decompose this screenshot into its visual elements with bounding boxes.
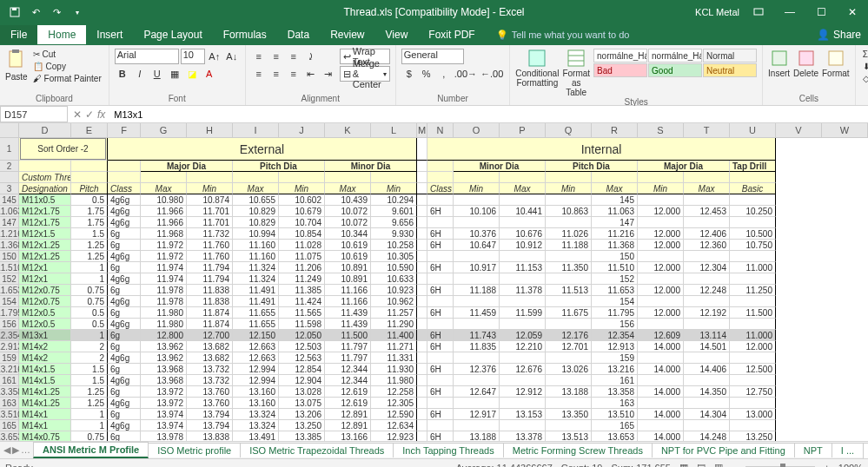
cell[interactable] bbox=[500, 420, 546, 431]
cell[interactable]: 11.439 bbox=[325, 319, 371, 330]
cell[interactable]: 159 bbox=[592, 352, 638, 364]
cell[interactable]: 6H bbox=[427, 330, 454, 341]
style-good[interactable]: Good bbox=[648, 63, 702, 77]
col-U[interactable]: U bbox=[730, 123, 776, 138]
cell[interactable]: 13.350 bbox=[546, 409, 592, 420]
cell[interactable]: 12.000 bbox=[638, 228, 684, 240]
cell[interactable] bbox=[546, 194, 592, 206]
cell[interactable]: 0.5 bbox=[71, 307, 108, 319]
cell[interactable] bbox=[684, 375, 730, 386]
format-cells-button[interactable]: Format bbox=[822, 49, 850, 78]
cell[interactable]: 13.250 bbox=[730, 431, 776, 441]
cell[interactable]: 1 bbox=[71, 420, 108, 431]
cell[interactable] bbox=[417, 409, 427, 420]
zoom-level[interactable]: 100% bbox=[838, 463, 863, 468]
cell[interactable] bbox=[638, 194, 684, 206]
cell[interactable]: 11.400 bbox=[371, 330, 417, 341]
view-layout-icon[interactable]: ▤ bbox=[697, 462, 706, 467]
cell[interactable]: 1.25 bbox=[71, 240, 108, 251]
cell[interactable] bbox=[427, 398, 454, 409]
cell[interactable]: 13.794 bbox=[187, 409, 233, 420]
cell[interactable]: 14.304 bbox=[684, 409, 730, 420]
row-header[interactable]: 13.510 bbox=[0, 409, 19, 420]
cell[interactable]: 150 bbox=[592, 251, 638, 262]
col-K[interactable]: K bbox=[325, 123, 371, 138]
cell[interactable]: 10.294 bbox=[371, 194, 417, 206]
cell[interactable]: 11.153 bbox=[500, 262, 546, 273]
cell[interactable] bbox=[417, 319, 427, 330]
bold-button[interactable]: B bbox=[115, 66, 130, 82]
cut-button[interactable]: ✂Cut bbox=[31, 49, 103, 60]
cell[interactable]: 12.304 bbox=[684, 262, 730, 273]
cell[interactable]: 0.5 bbox=[71, 319, 108, 330]
cell[interactable]: 11.874 bbox=[187, 319, 233, 330]
cell[interactable]: 11.459 bbox=[454, 307, 500, 319]
cell[interactable] bbox=[730, 273, 776, 285]
share-button[interactable]: 👤 Share bbox=[817, 29, 861, 41]
cell[interactable]: 11.385 bbox=[279, 285, 325, 296]
cell[interactable]: 10.619 bbox=[325, 240, 371, 251]
cell[interactable]: M14x0.75 bbox=[19, 431, 71, 441]
cell[interactable] bbox=[684, 194, 730, 206]
cell[interactable] bbox=[638, 251, 684, 262]
align-top-button[interactable]: ≡ bbox=[251, 49, 267, 64]
cell[interactable]: 11.026 bbox=[546, 228, 592, 240]
cell[interactable] bbox=[730, 194, 776, 206]
cell[interactable]: 6H bbox=[427, 409, 454, 420]
cell[interactable]: 11.075 bbox=[279, 251, 325, 262]
cell[interactable] bbox=[427, 296, 454, 307]
cell[interactable]: 11.655 bbox=[233, 307, 279, 319]
col-M[interactable]: M bbox=[417, 123, 427, 138]
insert-cells-button[interactable]: Insert bbox=[768, 49, 790, 78]
cell[interactable]: 13.838 bbox=[187, 431, 233, 441]
cell[interactable]: 14.000 bbox=[638, 409, 684, 420]
row-header[interactable]: 145 bbox=[0, 194, 19, 206]
cell[interactable]: 13.188 bbox=[546, 386, 592, 398]
cell[interactable]: 12.563 bbox=[279, 352, 325, 364]
cell[interactable] bbox=[454, 398, 500, 409]
cell[interactable] bbox=[638, 319, 684, 330]
cell[interactable]: 4g6g bbox=[108, 375, 141, 386]
cell[interactable]: 11.188 bbox=[454, 285, 500, 296]
cell[interactable]: M11x0.5 bbox=[19, 194, 71, 206]
cell[interactable] bbox=[417, 251, 427, 262]
row-header[interactable]: 11.510 bbox=[0, 262, 19, 273]
cell[interactable]: 10.923 bbox=[371, 285, 417, 296]
cell[interactable]: 11.500 bbox=[325, 330, 371, 341]
cell[interactable]: 13.114 bbox=[684, 330, 730, 341]
tab-page-layout[interactable]: Page Layout bbox=[133, 25, 212, 44]
cell[interactable]: 6g bbox=[108, 330, 141, 341]
cell[interactable]: 14.501 bbox=[684, 341, 730, 352]
cell[interactable]: 6H bbox=[427, 307, 454, 319]
cell[interactable]: 1.5 bbox=[71, 364, 108, 375]
row-header[interactable]: 165 bbox=[0, 420, 19, 431]
cell[interactable]: M14x1 bbox=[19, 420, 71, 431]
view-pagebreak-icon[interactable]: ▥ bbox=[714, 462, 723, 467]
row-header[interactable]: 11.368 bbox=[0, 240, 19, 251]
zoom-in-button[interactable]: + bbox=[824, 463, 829, 468]
cell[interactable]: 13.000 bbox=[730, 409, 776, 420]
zoom-out-button[interactable]: − bbox=[732, 463, 737, 468]
col-J[interactable]: J bbox=[279, 123, 325, 138]
cell[interactable]: 13.760 bbox=[187, 398, 233, 409]
cell[interactable]: 10.072 bbox=[325, 217, 371, 228]
cell[interactable]: 6g bbox=[108, 364, 141, 375]
cell[interactable]: 13.166 bbox=[325, 431, 371, 441]
cell[interactable]: 10.917 bbox=[454, 262, 500, 273]
cell[interactable]: 13.075 bbox=[279, 398, 325, 409]
col-W[interactable]: W bbox=[822, 123, 868, 138]
tab-data[interactable]: Data bbox=[277, 25, 320, 44]
style-normal[interactable]: Normal bbox=[703, 49, 757, 62]
cell[interactable] bbox=[638, 375, 684, 386]
col-N[interactable]: N bbox=[427, 123, 454, 138]
cell[interactable]: M12x0.5 bbox=[19, 319, 71, 330]
spreadsheet-grid[interactable]: Sort Order -2 D E F G H I J K L M N O P … bbox=[0, 123, 868, 441]
cell[interactable] bbox=[638, 273, 684, 285]
cell[interactable]: 11.599 bbox=[500, 307, 546, 319]
cell[interactable] bbox=[417, 262, 427, 273]
cell[interactable]: 11.974 bbox=[141, 273, 187, 285]
cell[interactable]: 12.248 bbox=[684, 285, 730, 296]
cell[interactable]: 11.565 bbox=[279, 307, 325, 319]
increase-decimal-button[interactable]: .00→ bbox=[454, 66, 478, 82]
cell[interactable]: 12.994 bbox=[233, 364, 279, 375]
